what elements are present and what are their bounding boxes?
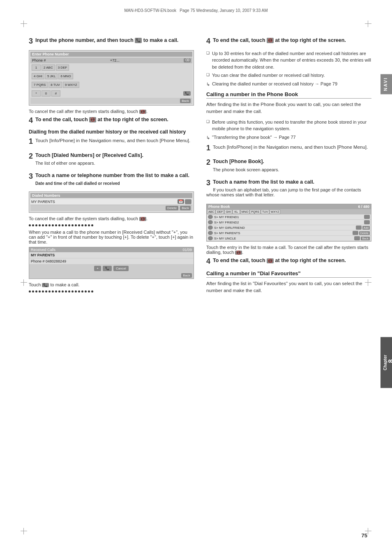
dialed-entry-row[interactable]: MY PARENTS 📅 [30,199,192,205]
pb-name-4: S> MY UNCLE [214,237,353,240]
screen-back-bar: Back [30,98,192,104]
dot [55,290,57,292]
dialling-step-2-number: 2 [29,152,33,161]
pb-step-2-title: Touch [Phone Book]. [206,158,371,166]
alpha-tab-tuv[interactable]: TUV [261,210,269,214]
dot [71,290,74,292]
chapter-number: 8 [387,340,392,382]
dot [32,290,34,292]
key-8tuv[interactable]: 8 TUV [48,82,62,88]
delete-btn-pb[interactable]: Delete [359,231,370,235]
cancel-icon-1: 📵 [139,110,146,114]
crosshair-bl [21,528,27,534]
dot [62,290,64,292]
recv-back-btn[interactable]: Back [181,273,192,278]
chapter-sidebar: Chapter 8 Using Hands-free Phoning [380,337,392,388]
pb-call-2[interactable] [356,226,362,230]
meta-book: MAN-HD3-SOFTW-EN.book [124,8,176,13]
pb-step-3-note: If you touch an alphabet tab, you can ju… [206,187,371,197]
key-2abc[interactable]: 2 ABC [42,64,55,71]
step-4-title: To end the call, touch 📵 at the top righ… [29,116,194,124]
main-content: 3 Input the phone number, and then touch… [29,37,371,530]
dot [85,290,87,292]
page-number: 75 [362,532,367,539]
pb-entry-2[interactable]: S> MY GIRLFRIEND Add [207,225,371,230]
key-hash[interactable]: # [51,90,60,97]
key-star[interactable]: * [32,90,41,97]
key-3def[interactable]: 3 DEF [56,64,69,71]
dots-separator-2 [29,290,194,292]
dialling-section-heading: Dialling from the dialled number history… [29,129,194,135]
pb-entry-3[interactable]: S> MY PARENTS Delete [207,230,371,236]
key-9wxyz[interactable]: 9 WXYZ [63,82,79,88]
alpha-tab-ghi[interactable]: GHI [224,210,232,214]
phonebook-screen: Phone Book 6 / 480 ABC DEF GHI KL MNO PQ… [206,204,371,242]
pb-call-3[interactable] [353,231,358,235]
delete-btn[interactable]: Delete [166,206,178,210]
pb-step-4: 4 To end the call, touch 📵 at the top ri… [206,257,371,266]
key-5jkl[interactable]: 5 JKL [45,73,58,79]
recv-call-btn[interactable]: 📞 [103,266,112,271]
two-column-layout: 3 Input the phone number, and then touch… [29,37,371,298]
back-btn-pb[interactable]: Back [361,237,370,240]
pb-entry-0[interactable]: S> MY FRIEND1 [207,214,371,220]
dots-separator-1 [29,224,194,226]
alpha-tab-pqrs[interactable]: PQRS [250,210,261,214]
step-4-right-number: 4 [206,37,210,46]
dot [32,224,34,226]
numpad-row3: 7 PQRS 8 TUV 9 WXYZ [30,81,192,89]
pb-title-bar: Phone Book 6 / 480 [207,204,371,209]
recv-title-text: Received Calls [31,248,55,252]
pb-end-icon: 📵 [267,258,274,264]
key-7pqrs[interactable]: 7 PQRS [32,82,48,88]
add-btn[interactable]: Add [362,226,370,230]
back-btn-dialed[interactable]: Back [180,206,191,210]
phonebook-heading: Calling a number in the Phone Book [206,91,371,99]
dot [42,224,44,226]
recv-cancel-btn[interactable]: Cancel [113,266,129,271]
dot [75,290,77,292]
pb-entry-1[interactable]: S> MY FRIEND2 [207,220,371,225]
key-0[interactable]: 0 [42,90,51,97]
pb-call-4[interactable] [354,236,360,240]
key-1[interactable]: 1 [32,64,41,71]
screen-back-btn[interactable]: Back [180,99,191,103]
pb-avatar-2 [208,226,213,230]
dot [55,224,57,226]
alpha-tab-kl[interactable]: KL [233,210,240,214]
numpad-row4: * 0 # 📞 [30,89,192,98]
dot [78,290,80,292]
recv-name: MY PARENTS [31,253,55,257]
step-3-input: 3 Input the phone number, and then touch… [29,37,194,46]
key-4ghi[interactable]: 4 GHI [32,73,44,79]
pb-entry-4[interactable]: S> MY UNCLE Back [207,236,371,241]
screen-call-btn[interactable]: 📞 [183,91,191,96]
alpha-tab-def[interactable]: DEF [216,210,224,214]
pb-avatar-4 [208,236,213,240]
pb-cancel-icon: 📵 [235,251,242,255]
dot [71,224,74,226]
dot [62,224,64,226]
dot [29,224,31,226]
crosshair-ml [21,279,27,286]
recv-plus-btn[interactable]: + [94,266,101,271]
alpha-tab-mno[interactable]: MNO [240,210,249,214]
dot [65,290,67,292]
dialling-step-3-number: 3 [29,172,33,181]
page-container: NAVI Chapter 8 Using Hands-free Phoning … [0,0,392,555]
pb-step-2-note: The phone book screen appears. [206,167,371,172]
pb-call-1[interactable] [364,220,370,224]
pb-avatar-0 [208,215,213,219]
dialed-entry-name: MY PARENTS [31,200,177,204]
bullet-2: You can clear the dialled number or rece… [206,72,371,79]
dialling-step-2-title: Touch [Dialed Numbers] or [Received Call… [29,152,194,159]
pb-call-0[interactable] [364,215,370,219]
dialling-step-1: 1 Touch [Info/Phone] in the Navigation m… [29,137,194,147]
dialling-step-2: 2 Touch [Dialed Numbers] or [Received Ca… [29,152,194,168]
alpha-tab-wxyz[interactable]: WXYZ [270,210,280,214]
dot [48,290,51,292]
key-6mno[interactable]: 6 MNO [58,73,73,79]
alpha-tab-abc[interactable]: ABC [207,210,215,214]
dial-fav-intro: After finding the list in "Dial Favourit… [206,280,371,295]
dot [29,290,31,292]
